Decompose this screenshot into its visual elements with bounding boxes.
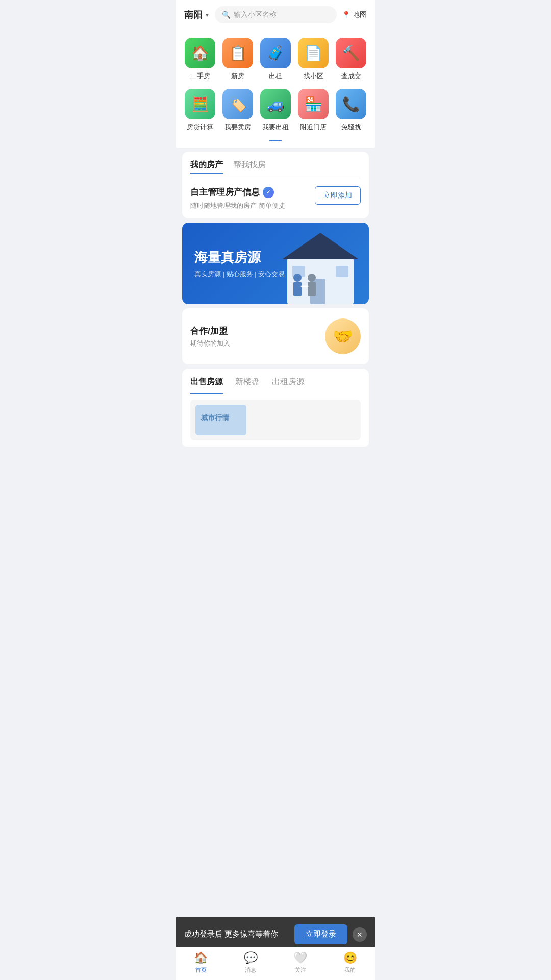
icon-secondhand[interactable]: 🏠 二手房 xyxy=(185,38,215,81)
banner[interactable]: 海量真房源 真实房源 | 贴心服务 | 安心交易 xyxy=(182,223,369,304)
tab-forsale[interactable]: 出售房源 xyxy=(190,377,223,394)
login-button[interactable]: 立即登录 xyxy=(294,924,347,944)
icon-transaction-label: 查成交 xyxy=(341,71,361,81)
map-icon: 📍 xyxy=(342,11,350,19)
home-icon: 🏠 xyxy=(194,951,208,965)
property-title: 自主管理房产信息 ✓ xyxy=(190,186,285,198)
property-text: 自主管理房产信息 ✓ 随时随地管理我的房产 简单便捷 xyxy=(190,186,285,210)
listing-preview: 城市行情 xyxy=(182,394,369,447)
svg-point-7 xyxy=(308,274,316,282)
coop-icon: 🤝 xyxy=(325,318,361,354)
icon-community-label: 找小区 xyxy=(304,71,323,81)
icon-sell-bg: 🏷️ xyxy=(222,89,253,119)
main-icons-row: 🏠 二手房 📋 新房 🧳 出租 📄 找小区 🔨 查成交 xyxy=(181,38,370,81)
city-arrow-icon: ▼ xyxy=(205,12,210,18)
bottom-nav: 🏠 首页 💬 消息 🤍 关注 😊 我的 xyxy=(176,947,375,980)
city-selector[interactable]: 南阳 ▼ xyxy=(184,9,210,21)
listing-card[interactable]: 城市行情 xyxy=(190,400,361,440)
icon-sell-label: 我要卖房 xyxy=(224,122,251,132)
mine-icon: 😊 xyxy=(343,951,357,965)
icon-transaction-bg: 🔨 xyxy=(336,38,366,68)
map-button[interactable]: 📍 地图 xyxy=(342,10,367,19)
icon-sellrent[interactable]: 🚙 我要出租 xyxy=(260,89,291,132)
icon-rent-bg: 🧳 xyxy=(260,38,291,68)
nav-home-label: 首页 xyxy=(195,966,207,974)
listings-tabs: 出售房源 新楼盘 出租房源 xyxy=(190,377,361,394)
icon-secondhand-bg: 🏠 xyxy=(185,38,215,68)
map-label: 地图 xyxy=(353,10,367,19)
listing-thumbnail: 城市行情 xyxy=(195,405,246,435)
search-placeholder: 输入小区名称 xyxy=(234,10,277,19)
coop-title: 合作/加盟 xyxy=(190,325,230,337)
follow-icon: 🤍 xyxy=(293,951,307,965)
tab-forrent[interactable]: 出租房源 xyxy=(272,377,305,394)
svg-rect-8 xyxy=(308,282,316,296)
banner-subtitle: 真实房源 | 贴心服务 | 安心交易 xyxy=(194,270,285,279)
tab-my-property[interactable]: 我的房产 xyxy=(190,160,223,174)
icon-nodisturb-bg: 📞 xyxy=(336,89,366,119)
icon-nearby-label: 附近门店 xyxy=(300,122,327,132)
notify-close-button[interactable]: ✕ xyxy=(353,927,367,942)
property-info: 自主管理房产信息 ✓ 随时随地管理我的房产 简单便捷 立即添加 xyxy=(190,186,361,210)
icon-nodisturb-label: 免骚扰 xyxy=(341,122,361,132)
tab-newbuilding[interactable]: 新楼盘 xyxy=(235,377,260,394)
notify-text: 成功登录后 更多惊喜等着你 xyxy=(184,929,289,939)
icon-nodisturb[interactable]: 📞 免骚扰 xyxy=(336,89,366,132)
coop-text: 合作/加盟 期待你的加入 xyxy=(190,325,230,348)
svg-text:城市行情: 城市行情 xyxy=(200,413,230,422)
icon-community-bg: 📄 xyxy=(298,38,329,68)
indicator-dot xyxy=(269,140,282,141)
tab-find-house[interactable]: 帮我找房 xyxy=(233,160,266,174)
icon-sellrent-bg: 🚙 xyxy=(260,89,291,119)
icon-nearby-bg: 🏪 xyxy=(298,89,329,119)
notify-bar: 成功登录后 更多惊喜等着你 立即登录 ✕ xyxy=(176,917,375,951)
coop-section[interactable]: 合作/加盟 期待你的加入 🤝 xyxy=(182,308,369,364)
icon-nearby[interactable]: 🏪 附近门店 xyxy=(298,89,329,132)
chat-icon: ✓ xyxy=(263,187,274,198)
nav-message-label: 消息 xyxy=(245,966,256,974)
message-icon: 💬 xyxy=(244,951,258,965)
nav-follow[interactable]: 🤍 关注 xyxy=(285,951,316,974)
icon-loan-label: 房贷计算 xyxy=(187,122,213,132)
coop-subtitle: 期待你的加入 xyxy=(190,339,230,348)
icon-newhouse-label: 新房 xyxy=(231,71,244,81)
icon-community[interactable]: 📄 找小区 xyxy=(298,38,329,81)
icon-loan-bg: 🧮 xyxy=(185,89,215,119)
nav-mine[interactable]: 😊 我的 xyxy=(335,951,365,974)
nav-mine-label: 我的 xyxy=(344,966,356,974)
icon-newhouse[interactable]: 📋 新房 xyxy=(222,38,253,81)
sub-icons-row: 🧮 房贷计算 🏷️ 我要卖房 🚙 我要出租 🏪 附近门店 📞 免骚扰 xyxy=(181,89,370,132)
nav-home[interactable]: 🏠 首页 xyxy=(186,951,216,974)
svg-rect-4 xyxy=(336,266,348,277)
banner-title: 海量真房源 xyxy=(194,249,285,266)
property-tabs: 我的房产 帮我找房 xyxy=(190,160,361,178)
listings-header: 出售房源 新楼盘 出租房源 xyxy=(182,369,369,394)
banner-text: 海量真房源 真实房源 | 贴心服务 | 安心交易 xyxy=(182,238,297,289)
icon-newhouse-bg: 📋 xyxy=(222,38,253,68)
city-name: 南阳 xyxy=(184,9,203,21)
icon-rent-label: 出租 xyxy=(269,71,282,81)
search-icon: 🔍 xyxy=(222,11,231,19)
header: 南阳 ▼ 🔍 输入小区名称 📍 地图 xyxy=(176,0,375,30)
nav-message[interactable]: 💬 消息 xyxy=(235,951,266,974)
property-section: 我的房产 帮我找房 自主管理房产信息 ✓ 随时随地管理我的房产 简单便捷 立即添… xyxy=(182,152,369,218)
icon-secondhand-label: 二手房 xyxy=(190,71,210,81)
icon-sell[interactable]: 🏷️ 我要卖房 xyxy=(222,89,253,132)
property-subtitle: 随时随地管理我的房产 简单便捷 xyxy=(190,201,285,210)
icon-rent[interactable]: 🧳 出租 xyxy=(260,38,291,81)
search-bar[interactable]: 🔍 输入小区名称 xyxy=(215,6,337,23)
nav-follow-label: 关注 xyxy=(295,966,306,974)
icon-sellrent-label: 我要出租 xyxy=(262,122,289,132)
add-property-button[interactable]: 立即添加 xyxy=(315,186,361,205)
main-icons-section: 🏠 二手房 📋 新房 🧳 出租 📄 找小区 🔨 查成交 🧮 xyxy=(176,30,375,148)
icon-loan[interactable]: 🧮 房贷计算 xyxy=(185,89,215,132)
icon-transaction[interactable]: 🔨 查成交 xyxy=(336,38,366,81)
